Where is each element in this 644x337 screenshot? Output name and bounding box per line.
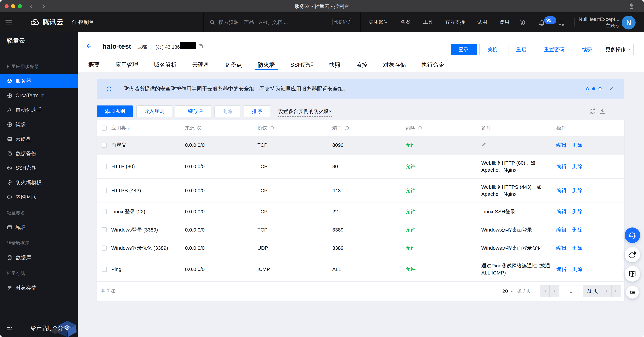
tab[interactable]: 监控 — [356, 60, 368, 72]
current-page-input[interactable]: 1 — [559, 285, 583, 297]
edit-rule-link[interactable]: 编辑 — [556, 266, 566, 272]
tab[interactable]: 防火墙 — [258, 60, 275, 72]
sort-button[interactable]: 排序 — [244, 105, 270, 117]
back-arrow-icon[interactable] — [86, 43, 92, 49]
edit-rule-link[interactable]: 编辑 — [556, 142, 566, 148]
cloud-alert-button[interactable] — [624, 247, 640, 262]
delete-rule-link[interactable]: 删除 — [572, 245, 582, 251]
customer-service-button[interactable] — [624, 228, 640, 243]
instance-action-button[interactable]: 更多操作 — [603, 44, 634, 55]
add-rule-button[interactable]: 添加规则 — [97, 105, 133, 117]
row-checkbox[interactable] — [102, 164, 107, 169]
next-page-button[interactable] — [602, 285, 612, 297]
topbar-menu-item[interactable]: 费用 — [500, 19, 509, 26]
instance-action-button[interactable]: 关机 — [480, 44, 506, 55]
sidebar-item[interactable]: 云硬盘 — [0, 132, 78, 146]
download-icon[interactable] — [599, 108, 606, 115]
info-icon[interactable] — [270, 126, 274, 130]
sidebar-item[interactable]: OrcaTerm — [0, 88, 78, 103]
delete-rule-link[interactable]: 删除 — [572, 266, 582, 272]
edit-rule-link[interactable]: 编辑 — [556, 227, 566, 233]
page-size-select[interactable]: 20 条 / 页 — [502, 282, 531, 301]
tab[interactable]: 执行命令 — [422, 60, 444, 72]
delete-rule-link[interactable]: 删除 — [572, 227, 582, 233]
sidebar-item[interactable]: 镜像 — [0, 117, 78, 132]
delete-rule-link[interactable]: 删除 — [572, 188, 582, 193]
tab[interactable]: 应用管理 — [115, 60, 138, 72]
delete-rule-link[interactable]: 删除 — [572, 142, 582, 148]
edit-rule-link[interactable]: 编辑 — [556, 188, 566, 193]
arrow-right-circle-icon[interactable] — [64, 325, 70, 330]
account-info[interactable]: NullHeartExcept... 主账号 — [578, 12, 620, 32]
feedback-console-button[interactable] — [626, 286, 639, 299]
info-icon[interactable] — [344, 126, 349, 130]
edit-remark-pencil-icon[interactable] — [481, 142, 487, 147]
tab[interactable]: 云硬盘 — [192, 60, 210, 72]
row-checkbox[interactable] — [102, 209, 107, 214]
sidebar-item[interactable]: 内网互联 — [0, 190, 78, 204]
documentation-button[interactable] — [624, 266, 640, 282]
row-checkbox[interactable] — [102, 267, 107, 272]
brand-logo[interactable]: 腾讯云 — [29, 12, 64, 32]
tab[interactable]: 快照 — [329, 60, 340, 72]
sidebar-item[interactable]: 数据库 — [0, 250, 78, 265]
select-all-checkbox[interactable] — [102, 126, 107, 131]
console-settings-icon[interactable] — [558, 19, 565, 27]
row-checkbox[interactable] — [102, 188, 107, 193]
notification-count-badge[interactable]: 99+ — [544, 16, 556, 24]
delete-rule-link[interactable]: 删除 — [572, 164, 582, 169]
carousel-dot[interactable] — [586, 87, 589, 90]
sidebar-item[interactable]: 防火墙模板 — [0, 175, 78, 190]
sidebar-item[interactable]: 域名 — [0, 220, 78, 235]
edit-rule-link[interactable]: 编辑 — [556, 245, 566, 251]
sidebar-item[interactable]: 数据备份 — [0, 146, 78, 161]
first-page-button[interactable] — [540, 285, 550, 297]
avatar[interactable]: N — [622, 16, 636, 29]
rate-product-link[interactable]: 给产品打个分 — [31, 325, 63, 332]
support-circle-icon[interactable] — [519, 19, 526, 26]
tab[interactable]: SSH密钥 — [290, 60, 314, 72]
delete-button[interactable]: 删除 — [214, 105, 240, 117]
console-home-link[interactable]: 控制台 — [71, 12, 94, 32]
edit-rule-link[interactable]: 编辑 — [556, 164, 566, 169]
sidebar-item[interactable]: 服务器 — [0, 74, 78, 88]
topbar-menu-item[interactable]: 客服支持 — [445, 19, 465, 26]
sidebar-collapse-icon[interactable] — [6, 324, 13, 331]
sidebar-item[interactable]: SSH密钥 — [0, 161, 78, 175]
tab[interactable]: 备份点 — [225, 60, 242, 72]
topbar-menu-item[interactable]: 试用 — [477, 19, 487, 26]
close-icon[interactable] — [610, 87, 613, 91]
row-checkbox[interactable] — [102, 227, 107, 232]
topbar-menu-item[interactable]: 工具 — [423, 19, 433, 26]
search-icon[interactable] — [210, 19, 216, 25]
info-icon[interactable] — [418, 126, 422, 130]
copy-icon[interactable] — [198, 44, 203, 49]
instance-action-button[interactable]: 重置密码 — [537, 44, 571, 55]
previous-page-button[interactable] — [550, 285, 559, 297]
topbar-menu-item[interactable]: 备案 — [401, 19, 410, 26]
instance-action-button[interactable]: 续费 — [574, 44, 600, 55]
carousel-dot[interactable] — [598, 87, 602, 90]
row-checkbox[interactable] — [102, 246, 107, 251]
tab[interactable]: 对象存储 — [383, 60, 406, 72]
carousel-dot[interactable] — [592, 87, 595, 90]
multi-instance-firewall-link[interactable]: 设置多台实例的防火墙? — [278, 108, 332, 117]
row-checkbox[interactable] — [102, 143, 107, 148]
sidebar-item[interactable]: 对象存储 — [0, 281, 78, 295]
last-page-button[interactable] — [612, 285, 621, 297]
import-rules-button[interactable]: 导入规则 — [136, 105, 172, 117]
tab[interactable]: 域名解析 — [154, 60, 177, 72]
topbar-menu-item[interactable]: 集团账号 — [369, 19, 388, 26]
instance-action-button[interactable]: 重启 — [508, 44, 534, 55]
instance-action-button[interactable]: 登录 — [451, 44, 476, 55]
delete-rule-link[interactable]: 删除 — [572, 209, 582, 214]
refresh-icon[interactable] — [589, 108, 596, 115]
info-icon[interactable] — [197, 126, 202, 130]
tab[interactable]: 概要 — [88, 60, 100, 72]
share-icon[interactable] — [628, 3, 634, 9]
search-input[interactable]: 搜索资源、产品、API、文档.... — [218, 12, 288, 32]
sidebar-item[interactable]: 自动化助手 — [0, 103, 78, 117]
allow-all-button[interactable]: 一键放通 — [175, 105, 211, 117]
hamburger-menu-icon[interactable] — [4, 17, 14, 27]
edit-rule-link[interactable]: 编辑 — [556, 209, 566, 214]
